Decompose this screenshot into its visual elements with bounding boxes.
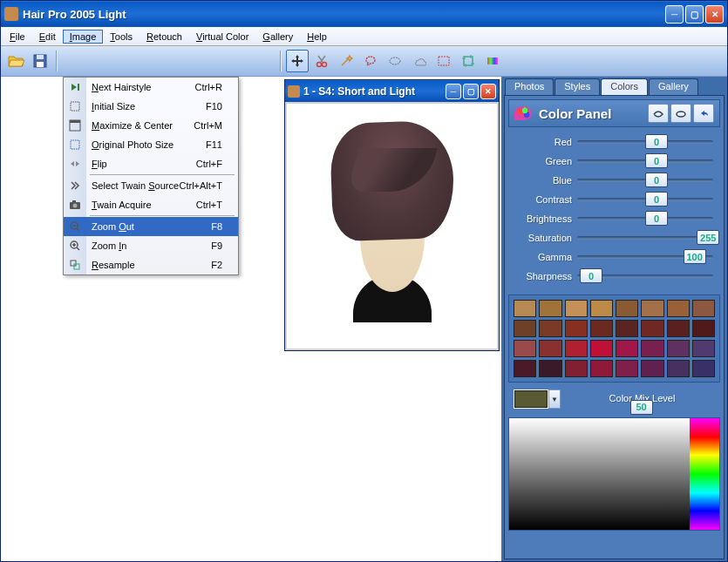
tab-styles[interactable]: Styles <box>555 78 600 95</box>
mix-color-dropdown[interactable]: ▼ <box>548 389 561 409</box>
menu-item-twain-acquire[interactable]: Twain AcquireCtrl+T <box>64 195 238 214</box>
menu-item-initial-size[interactable]: Initial SizeF10 <box>64 97 238 116</box>
menu-item-resample[interactable]: ResampleF2 <box>64 255 238 274</box>
undo-button[interactable] <box>693 104 714 123</box>
swatch-20[interactable] <box>616 340 638 357</box>
swatch-14[interactable] <box>667 320 690 337</box>
image-canvas[interactable] <box>285 102 499 350</box>
swatch-6[interactable] <box>667 300 690 317</box>
swatch-25[interactable] <box>539 360 561 377</box>
slider-label: Sharpness <box>512 271 577 281</box>
menu-item-select-twain-source[interactable]: Select Twain SourceCtrl+Alt+T <box>64 176 238 195</box>
color-spectrum[interactable] <box>508 417 720 531</box>
swatch-15[interactable] <box>692 320 715 337</box>
minimize-button[interactable]: ─ <box>665 5 684 24</box>
menu-image[interactable]: Image <box>63 30 104 44</box>
menu-item-next-hairstyle[interactable]: Next HairstyleCtrl+R <box>64 78 238 97</box>
toolbar-cut[interactable] <box>310 50 333 72</box>
image-window-close[interactable]: ✕ <box>480 84 496 99</box>
menu-virtual-color[interactable]: Virtual Color <box>189 30 255 44</box>
hue-strip[interactable] <box>690 418 719 530</box>
slider-thumb[interactable]: 0 <box>645 192 668 207</box>
swatch-27[interactable] <box>590 360 613 377</box>
tab-gallery[interactable]: Gallery <box>649 78 698 95</box>
mix-level-thumb[interactable]: 50 <box>630 400 653 415</box>
image-window-titlebar[interactable]: 1 - S4: Short and Light ─ ▢ ✕ <box>285 80 499 102</box>
slider-track[interactable]: 0 <box>577 274 713 278</box>
swatch-4[interactable] <box>616 300 638 317</box>
slider-thumb[interactable]: 0 <box>645 173 668 187</box>
toolbar-move[interactable] <box>286 50 309 72</box>
swatch-31[interactable] <box>692 360 715 377</box>
toolbar-open[interactable] <box>4 50 27 72</box>
close-button[interactable]: ✕ <box>705 5 724 24</box>
slider-track[interactable]: 0 <box>577 179 713 182</box>
paint-mode-button[interactable] <box>648 104 669 123</box>
swatch-2[interactable] <box>565 300 588 317</box>
slider-thumb[interactable]: 0 <box>645 153 668 168</box>
menu-gallery[interactable]: Gallery <box>255 30 300 44</box>
swatch-17[interactable] <box>539 340 561 357</box>
toolbar-lasso[interactable] <box>359 50 382 72</box>
slider-track[interactable]: 0 <box>577 159 713 163</box>
image-window-icon <box>288 85 300 98</box>
menu-item-original-photo-size[interactable]: Original Photo SizeF11 <box>64 135 238 154</box>
swatch-16[interactable] <box>514 340 536 357</box>
menu-tools[interactable]: Tools <box>103 30 139 44</box>
swatch-29[interactable] <box>641 360 663 377</box>
toolbar-ellipse[interactable] <box>384 50 406 72</box>
swatch-7[interactable] <box>692 300 715 317</box>
swatch-8[interactable] <box>514 320 536 337</box>
image-window-maximize[interactable]: ▢ <box>463 84 479 99</box>
image-window-minimize[interactable]: ─ <box>446 84 461 99</box>
toolbar-save[interactable] <box>29 50 51 72</box>
swatch-12[interactable] <box>616 320 638 337</box>
menu-item-maximize-center[interactable]: Maximize & CenterCtrl+M <box>64 116 238 135</box>
toolbar-prism[interactable] <box>481 50 504 72</box>
slider-thumb[interactable]: 0 <box>645 211 668 226</box>
swatch-3[interactable] <box>590 300 613 317</box>
menu-help[interactable]: Help <box>300 30 334 44</box>
menu-item-flip[interactable]: FlipCtrl+F <box>64 154 238 173</box>
swatch-19[interactable] <box>590 340 613 357</box>
tab-colors[interactable]: Colors <box>601 78 648 95</box>
maximize-button[interactable]: ▢ <box>685 5 704 24</box>
swatch-30[interactable] <box>667 360 690 377</box>
menu-retouch[interactable]: Retouch <box>139 30 189 44</box>
slider-track[interactable]: 100 <box>577 255 713 259</box>
slider-thumb[interactable]: 100 <box>684 249 706 264</box>
menu-edit[interactable]: Edit <box>32 30 63 44</box>
toolbar-cloud[interactable] <box>408 50 431 72</box>
slider-track[interactable]: 0 <box>577 140 713 144</box>
slider-track[interactable]: 255 <box>577 236 713 240</box>
slider-track[interactable]: 0 <box>577 217 713 220</box>
swatch-21[interactable] <box>641 340 663 357</box>
menu-item-zoom-out[interactable]: Zoom OutF8 <box>64 217 238 236</box>
toolbar-crop[interactable] <box>457 50 480 72</box>
menu-file[interactable]: File <box>3 30 32 44</box>
swatch-9[interactable] <box>539 320 561 337</box>
slider-track[interactable]: 0 <box>577 198 713 201</box>
toolbar-wand[interactable] <box>335 50 357 72</box>
swatch-11[interactable] <box>590 320 613 337</box>
swatch-28[interactable] <box>616 360 638 377</box>
swatch-13[interactable] <box>641 320 663 337</box>
swatch-1[interactable] <box>539 300 561 317</box>
menu-item-zoom-in[interactable]: Zoom InF9 <box>64 236 238 255</box>
toolbar-marquee[interactable] <box>432 50 455 72</box>
grey-gradient[interactable] <box>509 418 690 530</box>
swatch-24[interactable] <box>514 360 536 377</box>
swatch-18[interactable] <box>565 340 588 357</box>
swatch-10[interactable] <box>565 320 588 337</box>
swatch-22[interactable] <box>667 340 690 357</box>
tab-photos[interactable]: Photos <box>505 78 554 95</box>
swatch-0[interactable] <box>514 300 536 317</box>
image-window[interactable]: 1 - S4: Short and Light ─ ▢ ✕ <box>284 79 500 351</box>
cloud-mode-button[interactable] <box>670 104 691 123</box>
swatch-5[interactable] <box>641 300 663 317</box>
swatch-26[interactable] <box>565 360 588 377</box>
slider-thumb[interactable]: 255 <box>697 230 719 245</box>
slider-thumb[interactable]: 0 <box>645 134 668 149</box>
swatch-23[interactable] <box>692 340 715 357</box>
slider-thumb[interactable]: 0 <box>580 268 602 283</box>
